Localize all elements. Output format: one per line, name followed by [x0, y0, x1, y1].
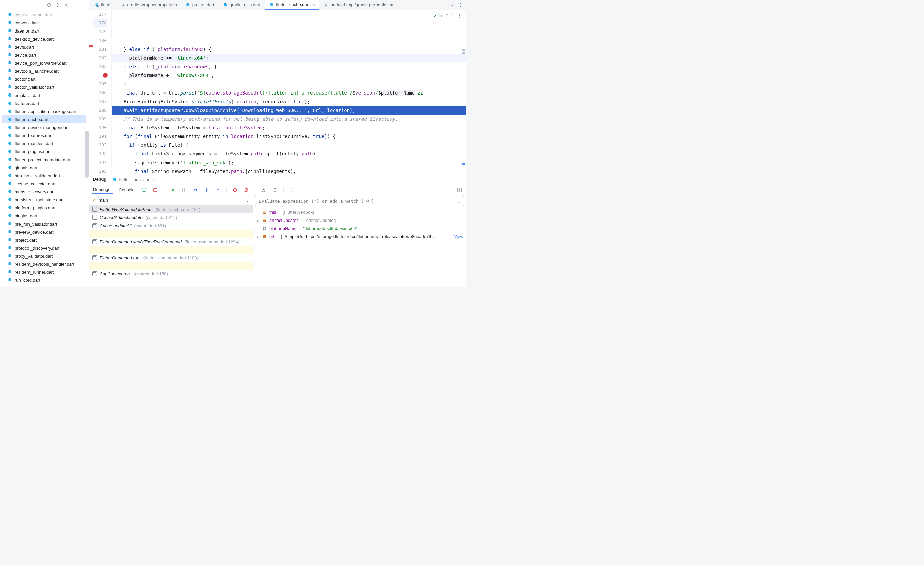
editor-tab[interactable]: flutter_cache.dart× [265, 0, 319, 10]
thread-dropdown-icon[interactable]: ⌄ [246, 198, 249, 203]
editor-minimap[interactable] [461, 12, 465, 172]
tab-overflow-icon[interactable]: ⌄ [450, 2, 454, 7]
layout-icon[interactable] [457, 187, 463, 193]
file-item[interactable]: preview_device.dart [0, 228, 88, 236]
file-item[interactable]: device.dart [0, 51, 88, 59]
file-item[interactable]: flutter_features.dart [0, 131, 88, 139]
file-item[interactable]: convert.dart [0, 19, 88, 27]
file-item[interactable]: globals.dart [0, 163, 88, 172]
step-into-icon[interactable] [204, 187, 210, 193]
console-subtab[interactable]: Console [118, 186, 135, 194]
sidebar-scrollbar-thumb[interactable] [85, 131, 88, 178]
dart-file-icon [8, 93, 13, 98]
file-item[interactable]: context_runner.dart [0, 11, 88, 19]
resume-icon[interactable] [169, 187, 176, 193]
view-breakpoints-icon[interactable] [232, 187, 238, 193]
evaluate-expression-bar[interactable]: ＋ ⌄ [255, 196, 464, 206]
editor-tab[interactable]: android.tmpl/gradle.properties.tm [320, 0, 399, 10]
eval-dropdown-icon[interactable]: ⌄ [457, 199, 460, 204]
variable-row[interactable]: ›this = {FlutterWebSdk} [256, 208, 464, 216]
file-item[interactable]: protocol_discovery.dart [0, 244, 88, 252]
file-item[interactable]: license_collector.dart [0, 180, 88, 188]
editor-tab[interactable]: gradle-wrapper.properties [117, 0, 181, 10]
file-item[interactable]: flutter_application_package.dart [0, 107, 88, 115]
file-item[interactable]: flutter_project_metadata.dart [0, 156, 88, 163]
file-item[interactable]: doctor_validator.dart [0, 83, 88, 91]
stack-frames[interactable]: FlutterWebSdk.updateInner (flutter_cache… [89, 205, 253, 287]
file-item[interactable]: doctor.dart [0, 75, 88, 83]
step-out-icon[interactable] [215, 187, 221, 193]
file-item[interactable]: plugins.dart [0, 212, 88, 220]
tab-more-icon[interactable]: ⋮ [458, 2, 463, 7]
expand-icon[interactable]: › [256, 218, 260, 223]
file-item[interactable]: proxy_validator.dart [0, 252, 88, 260]
toolbar-more-icon[interactable]: ⋮ [289, 187, 295, 193]
settings-icon[interactable] [272, 187, 278, 193]
hide-icon[interactable] [64, 2, 69, 8]
file-item[interactable]: pre_run_validator.dart [0, 220, 88, 228]
close-tab-icon[interactable]: × [312, 2, 315, 7]
code-editor[interactable]: 1771781791801811821831851861871881891901… [89, 10, 466, 174]
stack-frame[interactable]: FlutterCommand.run. (flutter_command.dar… [89, 254, 253, 262]
file-item[interactable]: devtools_launcher.dart [0, 67, 88, 75]
stack-frame[interactable]: FlutterWebSdk.updateInner (flutter_cache… [89, 205, 253, 213]
thread-selector[interactable]: ✔ main ⌄ [89, 195, 253, 205]
file-item[interactable]: emulator.dart [0, 91, 88, 99]
more-icon[interactable]: ⋮ [72, 2, 78, 8]
file-list[interactable]: context_runner.dartconvert.dartdaemon.da… [0, 10, 88, 287]
file-item[interactable]: run_cold.dart [0, 276, 88, 284]
pause-icon[interactable] [181, 187, 187, 193]
variable-row[interactable]: ›artifactUpdater = {ArtifactUpdater} [256, 216, 464, 224]
file-item[interactable]: project.dart [0, 236, 88, 244]
expand-icon[interactable]: › [256, 210, 260, 215]
file-item[interactable]: daemon.dart [0, 27, 88, 35]
variable-row[interactable]: platformName = "flutter-web-sdk-darwin-x… [256, 224, 464, 232]
file-item[interactable]: desktop_device.dart [0, 35, 88, 43]
file-item[interactable]: resident_runner.dart [0, 268, 88, 276]
variables-list[interactable]: ›this = {FlutterWebSdk}›artifactUpdater … [253, 207, 466, 241]
debugger-subtab[interactable]: Debugger [92, 186, 112, 194]
stack-frame[interactable]: FlutterCommand.verifyThenRunCommand (flu… [89, 238, 253, 246]
file-item[interactable]: mdns_discovery.dart [0, 188, 88, 196]
add-watch-icon[interactable]: ＋ [450, 198, 454, 204]
expand-icon[interactable]: › [256, 234, 260, 239]
file-item[interactable]: flutter_cache.dart [2, 115, 87, 123]
variable-row[interactable]: ›url = {_SimpleUri} https://storage.flut… [256, 232, 464, 240]
file-item[interactable]: devfs.dart [0, 43, 88, 51]
file-item[interactable]: platform_plugins.dart [0, 204, 88, 212]
breakpoint-icon[interactable] [103, 73, 108, 78]
stack-frame[interactable]: CachedArtifact.update (cache.dart:812) [89, 213, 253, 222]
file-item[interactable]: features.dart [0, 99, 88, 107]
file-item[interactable]: persistent_tool_state.dart [0, 196, 88, 204]
inspection-badge[interactable]: 17 [433, 11, 442, 20]
svg-rect-25 [263, 235, 266, 235]
next-highlight-icon[interactable]: ˅ [452, 11, 454, 20]
code-area[interactable]: 17 ˄ ˅ ⋮ } else if (_platform.isLinux) {… [112, 10, 466, 174]
stack-frame[interactable]: AppContext.run. (context.dart:150) [89, 270, 253, 278]
editor-tab[interactable]: flutter [90, 0, 116, 10]
editor-gutter[interactable]: 1771781791801811821831851861871881891901… [93, 10, 112, 174]
step-over-icon[interactable] [192, 187, 198, 193]
file-item[interactable]: flutter_manifest.dart [0, 139, 88, 147]
rerun-icon[interactable] [141, 187, 147, 193]
file-item[interactable]: device_port_forwarder.dart [0, 59, 88, 67]
timer-icon[interactable] [261, 187, 267, 193]
file-item[interactable]: http_host_validator.dart [0, 172, 88, 180]
prev-highlight-icon[interactable]: ˄ [446, 11, 448, 20]
file-item[interactable]: resident_devtools_handler.dart [0, 260, 88, 268]
expand-collapse-icon[interactable] [55, 2, 60, 8]
mute-breakpoints-icon[interactable] [243, 187, 249, 193]
stop-icon[interactable] [152, 187, 158, 193]
editor-tab[interactable]: gradle_utils.dart [219, 0, 265, 10]
file-item[interactable]: flutter_plugins.dart [0, 147, 88, 156]
locate-icon[interactable] [46, 2, 52, 8]
close-session-icon[interactable]: × [153, 177, 155, 182]
stack-frame[interactable]: Cache.updateAll (cache.dart:681) [89, 222, 253, 229]
minimize-icon[interactable] [81, 2, 87, 8]
file-item[interactable]: flutter_device_manager.dart [0, 123, 88, 131]
debug-tab[interactable]: Debug [92, 175, 107, 184]
evaluate-input[interactable] [259, 199, 447, 204]
view-link[interactable]: View [454, 234, 464, 239]
editor-tab[interactable]: project.dart [182, 0, 218, 10]
debug-session-tab[interactable]: flutter_tools.dart × [112, 177, 155, 182]
